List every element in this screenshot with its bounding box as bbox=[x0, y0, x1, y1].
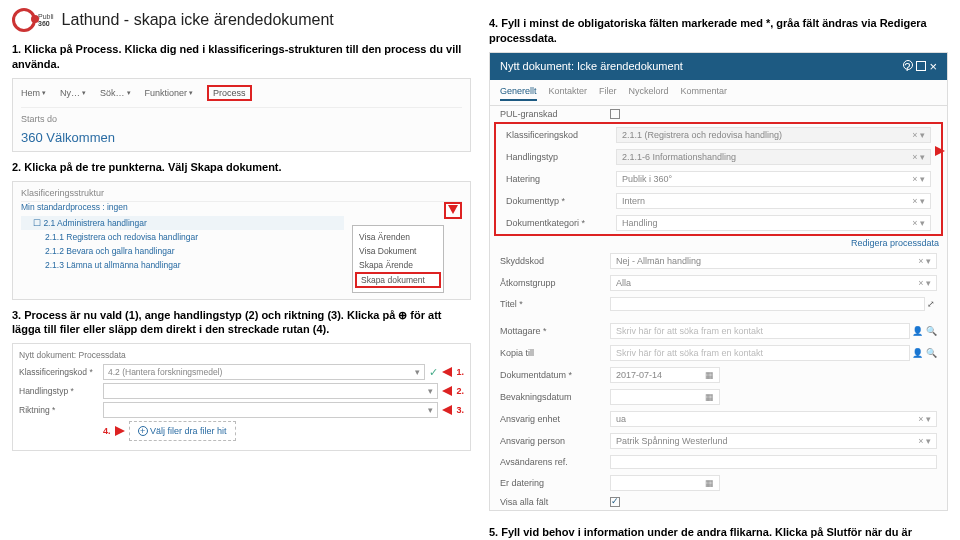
welcome-label: 360 Välkommen bbox=[21, 130, 462, 145]
step3-heading: 3. Process är nu vald (1), ange handling… bbox=[12, 308, 471, 338]
logo: Publi360 bbox=[12, 8, 54, 32]
pul-label: PUL-granskad bbox=[500, 109, 610, 119]
kk-label: Klassificeringskod bbox=[506, 130, 616, 140]
vf-checkbox[interactable]: ✓ bbox=[610, 497, 620, 507]
calendar-icon-3[interactable]: ▦ bbox=[705, 478, 714, 488]
typ-label: Handlingstyp * bbox=[19, 386, 99, 396]
ti-label: Titel * bbox=[500, 299, 610, 309]
dialog-title: Nytt dokument: Icke ärendedokument bbox=[500, 60, 683, 72]
logo-icon bbox=[12, 8, 36, 32]
calendar-icon[interactable]: ▦ bbox=[705, 370, 714, 380]
tree-item-2[interactable]: 2.1.2 Bevara och gallra handlingar bbox=[21, 244, 344, 258]
mo-field[interactable]: Skriv här för att söka fram en kontakt bbox=[610, 323, 910, 339]
std-process: Min standardprocess : ingen bbox=[21, 202, 344, 212]
step5-heading: 5. Fyll vid behov i information under de… bbox=[489, 525, 948, 540]
arrow-2-icon bbox=[442, 386, 452, 396]
ed-field[interactable]: ▦ bbox=[610, 475, 720, 491]
dialog-header: Nytt dokument: Icke ärendedokument ? × bbox=[490, 53, 947, 80]
dk-label: Dokumentkategori * bbox=[506, 218, 616, 228]
bd-field[interactable]: ▦ bbox=[610, 389, 720, 405]
tree-item-1[interactable]: 2.1.1 Registrera och redovisa handlingar bbox=[21, 230, 344, 244]
dd-label: Dokumentdatum * bbox=[500, 370, 610, 380]
kk-field: 2.1.1 (Registrera och redovisa handling)… bbox=[616, 127, 931, 143]
edit-processdata-link-inline[interactable]: Redigera processdata bbox=[851, 238, 939, 248]
help-icon[interactable]: ? bbox=[903, 60, 913, 70]
step1-heading: 1. Klicka på Process. Klicka dig ned i k… bbox=[12, 42, 471, 72]
dd-field[interactable]: 2017-07-14▦ bbox=[610, 367, 720, 383]
step2-screenshot: Klasificeringsstruktur Min standardproce… bbox=[12, 181, 471, 300]
close-icon[interactable]: × bbox=[929, 59, 937, 74]
vf-label: Visa alla fält bbox=[500, 497, 610, 507]
toolbar-funk[interactable]: Funktioner ▾ bbox=[145, 88, 194, 98]
ti-field[interactable] bbox=[610, 297, 925, 311]
dt-field[interactable]: Intern× ▾ bbox=[616, 193, 931, 209]
mandatory-highlight-box: Klassificeringskod2.1.1 (Registrera och … bbox=[494, 122, 943, 236]
ae-field[interactable]: ua× ▾ bbox=[610, 411, 937, 427]
menu-skapa-arende[interactable]: Skapa Ärende bbox=[353, 258, 443, 272]
pul-checkbox[interactable] bbox=[610, 109, 620, 119]
dots-arrow-icon bbox=[444, 202, 462, 219]
file-drop-zone[interactable]: + Välj filer dra filer hit bbox=[129, 421, 236, 441]
ak-field[interactable]: Alla× ▾ bbox=[610, 275, 937, 291]
dt-label: Dokumenttyp * bbox=[506, 196, 616, 206]
tab-kommentar[interactable]: Kommentar bbox=[681, 86, 728, 101]
toolbar: Hem ▾ Ny… ▾ Sök… ▾ Funktioner ▾ Process bbox=[21, 85, 462, 108]
tab-generellt[interactable]: Generellt bbox=[500, 86, 537, 101]
step3-screenshot: Nytt dokument: Processdata Klassificerin… bbox=[12, 343, 471, 451]
arrow-4-icon bbox=[115, 426, 125, 436]
rik-label: Riktning * bbox=[19, 405, 99, 415]
toolbar-hem[interactable]: Hem ▾ bbox=[21, 88, 46, 98]
tab-nyckelord[interactable]: Nyckelord bbox=[629, 86, 669, 101]
sk-field[interactable]: Nej - Allmän handling× ▾ bbox=[610, 253, 937, 269]
ht-label: Handlingstyp bbox=[506, 152, 616, 162]
rik-field[interactable]: ▾ bbox=[103, 402, 438, 418]
step3-title: Nytt dokument: Processdata bbox=[19, 350, 464, 360]
av-field[interactable] bbox=[610, 455, 937, 469]
typ-field[interactable]: ▾ bbox=[103, 383, 438, 399]
ed-label: Er datering bbox=[500, 478, 610, 488]
toolbar-process-highlight[interactable]: Process bbox=[207, 85, 252, 101]
hat-field[interactable]: Publik i 360°× ▾ bbox=[616, 171, 931, 187]
num-1: 1. bbox=[456, 367, 464, 377]
context-menu: Visa Ärenden Visa Dokument Skapa Ärende … bbox=[352, 225, 444, 293]
tab-kontakter[interactable]: Kontakter bbox=[549, 86, 588, 101]
dk-field[interactable]: Handling× ▾ bbox=[616, 215, 931, 231]
proc-label: Klassificeringskod * bbox=[19, 367, 99, 377]
check-icon: ✓ bbox=[429, 366, 438, 379]
step2-heading: 2. Klicka på de tre punkterna. Välj Skap… bbox=[12, 160, 471, 175]
tree-item-3[interactable]: 2.1.3 Lämna ut allmänna handlingar bbox=[21, 258, 344, 272]
calendar-icon-2[interactable]: ▦ bbox=[705, 392, 714, 402]
right-column: 4. Fyll i minst de obligatoriska fälten … bbox=[489, 8, 948, 532]
ti-expand-icon[interactable]: ⤢ bbox=[925, 299, 937, 309]
step4-heading: 4. Fyll i minst de obligatoriska fälten … bbox=[489, 16, 948, 46]
arrow-3-icon bbox=[442, 405, 452, 415]
ak-label: Åtkomstgrupp bbox=[500, 278, 610, 288]
menu-skapa-dokument-highlight[interactable]: Skapa dokument bbox=[355, 272, 441, 288]
mo-label: Mottagare * bbox=[500, 326, 610, 336]
maximize-icon[interactable] bbox=[916, 61, 926, 71]
num-3: 3. bbox=[456, 405, 464, 415]
ap-field[interactable]: Patrik Spånning Westerlund× ▾ bbox=[610, 433, 937, 449]
sk-label: Skyddskod bbox=[500, 256, 610, 266]
menu-visa-arenden[interactable]: Visa Ärenden bbox=[353, 230, 443, 244]
num-2: 2. bbox=[456, 386, 464, 396]
toolbar-sok[interactable]: Sök… ▾ bbox=[100, 88, 131, 98]
search-icon[interactable]: 👤 🔍 bbox=[910, 326, 937, 336]
ht-field: 2.1.1-6 Informationshandling× ▾ bbox=[616, 149, 931, 165]
ko-label: Kopia till bbox=[500, 348, 610, 358]
edit-arrow-icon bbox=[935, 146, 945, 156]
search-icon-2[interactable]: 👤 🔍 bbox=[910, 348, 937, 358]
ap-label: Ansvarig person bbox=[500, 436, 610, 446]
num-4: 4. bbox=[103, 426, 111, 436]
toolbar-ny[interactable]: Ny… ▾ bbox=[60, 88, 86, 98]
starts-label: Starts do bbox=[21, 114, 462, 124]
ko-field[interactable]: Skriv här för att söka fram en kontakt bbox=[610, 345, 910, 361]
tree-parent[interactable]: ☐ 2.1 Administrera handlingar bbox=[21, 216, 344, 230]
proc-field[interactable]: 4.2 (Hantera forskningsmedel)▾ bbox=[103, 364, 425, 380]
hat-label: Hatering bbox=[506, 174, 616, 184]
title-row: Publi360 Lathund - skapa icke ärendedoku… bbox=[12, 8, 471, 32]
menu-visa-dokument[interactable]: Visa Dokument bbox=[353, 244, 443, 258]
bd-label: Bevakningsdatum bbox=[500, 392, 610, 402]
plus-icon[interactable]: + bbox=[138, 426, 148, 436]
tab-filer[interactable]: Filer bbox=[599, 86, 617, 101]
